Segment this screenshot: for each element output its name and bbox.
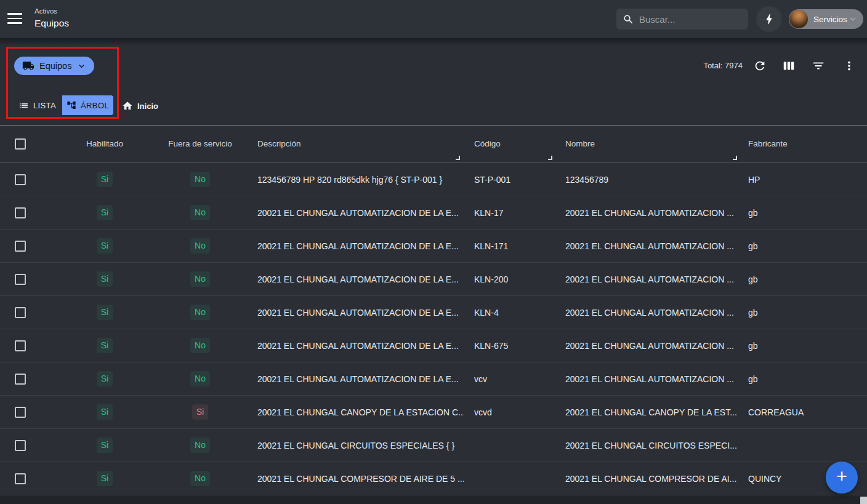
row-checkbox-cell — [15, 462, 33, 495]
total-count: Total: 7974 — [665, 61, 743, 70]
column-header-nombre[interactable]: Nombre — [565, 126, 743, 162]
column-header-fuera-de-servicio[interactable]: Fuera de servicio — [157, 126, 243, 162]
cell-habilitado: Si — [71, 329, 139, 362]
table-row[interactable]: SiSi20021 EL CHUNGAL CANOPY DE LA ESTACI… — [0, 396, 867, 429]
kebab-menu-button[interactable] — [841, 58, 857, 74]
breadcrumb-home[interactable]: Inicio — [122, 100, 158, 112]
topbar: Activos Equipos Buscar... Servicios — [0, 0, 867, 38]
row-checkbox[interactable] — [15, 473, 26, 484]
avatar — [789, 10, 808, 28]
cell-fuera_de_servicio: No — [157, 362, 243, 395]
row-checkbox[interactable] — [15, 307, 26, 318]
column-header-habilitado[interactable]: Habilitado — [71, 126, 139, 162]
cell-fabricante: CORREAGUA — [748, 396, 862, 428]
cell-nombre: 20021 EL CHUNGAL CIRCUITOS ESPECI... — [565, 429, 743, 462]
row-checkbox[interactable] — [15, 407, 26, 418]
row-checkbox-cell — [15, 296, 33, 329]
table-row[interactable]: SiNo20021 EL CHUNGAL AUTOMATIZACION DE L… — [0, 196, 867, 230]
column-resize-handle[interactable] — [733, 156, 737, 160]
cell-fabricante: gb — [748, 329, 862, 362]
cell-fabricante: gb — [748, 196, 862, 229]
cell-fuera_de_servicio: No — [157, 429, 243, 462]
cell-nombre: 20021 EL CHUNGAL AUTOMATIZACION ... — [565, 329, 743, 362]
row-checkbox-cell — [15, 196, 33, 229]
cell-habilitado: Si — [71, 462, 139, 495]
cell-fabricante: HP — [748, 163, 862, 196]
status-badge: Si — [97, 271, 113, 287]
view-toggle-lista[interactable]: LISTA — [12, 95, 62, 115]
status-badge: No — [190, 172, 210, 187]
scrollbar-corner — [860, 497, 867, 504]
menu-icon[interactable] — [7, 13, 22, 25]
cell-codigo: KLN-200 — [474, 263, 559, 295]
table-row[interactable]: SiNo20021 EL CHUNGAL CIRCUITOS ESPECIALE… — [0, 429, 867, 462]
row-checkbox[interactable] — [15, 374, 26, 385]
filter-button[interactable] — [810, 58, 826, 74]
column-header-codigo[interactable]: Código — [474, 126, 559, 162]
refresh-button[interactable] — [752, 58, 768, 74]
cell-descripcion: 20021 EL CHUNGAL AUTOMATIZACION DE LA E.… — [257, 329, 464, 362]
row-checkbox[interactable] — [15, 274, 26, 285]
row-checkbox-cell — [15, 163, 33, 196]
status-badge: Si — [97, 404, 113, 420]
cell-codigo — [474, 429, 559, 462]
view-toggle-arbol-label: ÁRBOL — [81, 101, 109, 110]
cell-descripcion: 20021 EL CHUNGAL AUTOMATIZACION DE LA E.… — [257, 230, 464, 262]
row-checkbox[interactable] — [15, 340, 26, 351]
profile-label: Servicios — [813, 15, 847, 24]
search-input[interactable]: Buscar... — [616, 9, 748, 30]
profile-menu[interactable]: Servicios — [789, 9, 863, 29]
table-header: Habilitado Fuera de servicio Descripción… — [0, 126, 867, 163]
column-header-descripcion[interactable]: Descripción — [257, 126, 464, 162]
cell-fuera_de_servicio: No — [157, 329, 243, 362]
cell-fabricante: gb — [748, 263, 862, 295]
view-toggle-arbol[interactable]: ÁRBOL — [62, 95, 113, 115]
cell-fabricante: gb — [748, 230, 862, 262]
cell-habilitado: Si — [71, 263, 139, 295]
refresh-icon — [753, 59, 767, 73]
table-row[interactable]: SiNo20021 EL CHUNGAL AUTOMATIZACION DE L… — [0, 230, 867, 263]
table-row[interactable]: SiNo20021 EL CHUNGAL AUTOMATIZACION DE L… — [0, 329, 867, 362]
cell-habilitado: Si — [71, 362, 139, 395]
row-checkbox[interactable] — [15, 241, 26, 252]
entity-selector-label: Equipos — [39, 61, 71, 71]
row-checkbox-cell — [15, 329, 33, 362]
table-row[interactable]: SiNo20021 EL CHUNGAL AUTOMATIZACION DE L… — [0, 263, 867, 296]
table-row[interactable]: SiNo20021 EL CHUNGAL COMPRESOR DE AIRE D… — [0, 462, 867, 495]
cell-fuera_de_servicio: No — [157, 230, 243, 262]
column-resize-handle[interactable] — [548, 156, 552, 160]
cell-codigo: vcv — [474, 362, 559, 395]
page-title: Equipos — [34, 17, 69, 30]
cell-codigo: ST-P-001 — [474, 163, 559, 196]
home-icon — [122, 100, 133, 111]
page-heading: Activos Equipos — [34, 7, 69, 30]
view-toggle-lista-label: LISTA — [33, 101, 56, 110]
status-badge: Si — [97, 172, 113, 187]
cell-fabricante: gb — [748, 362, 862, 395]
row-checkbox[interactable] — [15, 174, 26, 185]
table-row[interactable]: SiNo20021 EL CHUNGAL AUTOMATIZACION DE L… — [0, 362, 867, 396]
row-checkbox[interactable] — [15, 207, 26, 218]
entity-selector-button[interactable]: Equipos — [14, 57, 94, 75]
chevron-down-icon — [76, 61, 87, 71]
column-header-fabricante[interactable]: Fabricante — [748, 126, 862, 162]
status-badge: No — [190, 238, 210, 254]
columns-button[interactable] — [781, 58, 797, 74]
cell-fuera_de_servicio: No — [157, 196, 243, 229]
cell-descripcion: 20021 EL CHUNGAL COMPRESOR DE AIRE DE 5 … — [257, 462, 464, 495]
status-badge: No — [190, 271, 210, 287]
cell-nombre: 123456789 — [565, 163, 743, 196]
cell-descripcion: 20021 EL CHUNGAL CIRCUITOS ESPECIALES { … — [257, 429, 464, 462]
column-resize-handle[interactable] — [456, 156, 460, 160]
cell-nombre: 20021 EL CHUNGAL CANOPY DE LA EST... — [565, 396, 743, 428]
status-badge: Si — [97, 471, 113, 486]
columns-icon — [782, 59, 796, 73]
table-row[interactable]: SiNo123456789 HP 820 rd865dkk hjg76 { ST… — [0, 163, 867, 196]
row-checkbox[interactable] — [15, 440, 26, 451]
quick-actions-button[interactable] — [756, 6, 782, 32]
add-button[interactable]: + — [826, 462, 858, 494]
cell-nombre: 20021 EL CHUNGAL AUTOMATIZACION ... — [565, 230, 743, 262]
table-row[interactable]: SiNo20021 EL CHUNGAL AUTOMATIZACION DE L… — [0, 296, 867, 329]
row-checkbox-cell — [15, 396, 33, 428]
select-all-checkbox[interactable] — [15, 138, 26, 150]
